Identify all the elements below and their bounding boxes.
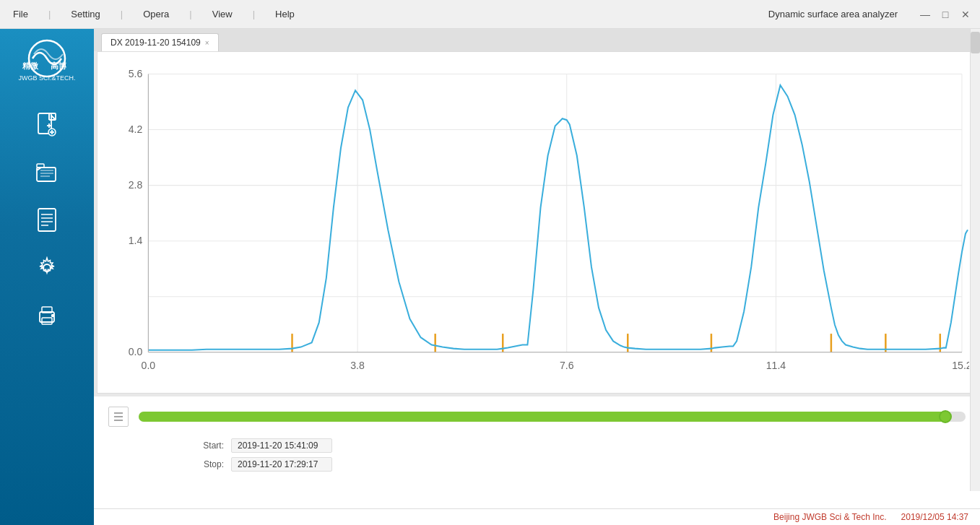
tab-label: DX 2019-11-20 154109 bbox=[110, 38, 201, 48]
progress-indicator bbox=[939, 410, 952, 423]
svg-text:15.2: 15.2 bbox=[952, 360, 969, 371]
progress-bar-fill bbox=[139, 412, 949, 422]
list-icon[interactable] bbox=[108, 407, 129, 427]
chart-svg: 5.6 4.2 2.8 1.4 0.0 0.0 3.8 7.6 11.4 15.… bbox=[105, 59, 969, 386]
start-row: Start: 2019-11-20 15:41:09 bbox=[195, 438, 966, 453]
status-datetime: 2019/12/05 14:37 bbox=[901, 512, 968, 522]
bottom-panel: Start: 2019-11-20 15:41:09 Stop: 2019-11… bbox=[94, 396, 980, 508]
title-bar: File | Setting | Opera | View | Help Dyn… bbox=[0, 0, 980, 29]
logo: JWGB SCI.&TECH. 精微 高博 bbox=[14, 36, 79, 87]
chart-container: 5.6 4.2 2.8 1.4 0.0 0.0 3.8 7.6 11.4 15.… bbox=[105, 59, 969, 386]
menu-view[interactable]: View bbox=[207, 6, 238, 22]
svg-text:2.8: 2.8 bbox=[129, 179, 143, 191]
close-button[interactable]: ✕ bbox=[958, 7, 973, 22]
chart-panel: 5.6 4.2 2.8 1.4 0.0 0.0 3.8 7.6 11.4 15.… bbox=[97, 51, 977, 394]
svg-text:0.0: 0.0 bbox=[129, 346, 143, 357]
print-button[interactable] bbox=[29, 298, 65, 334]
svg-text:高博: 高博 bbox=[51, 61, 66, 70]
tab-close-button[interactable]: × bbox=[205, 39, 209, 47]
app-title: Dynamic surface area analyzer bbox=[768, 9, 898, 19]
new-file-button[interactable] bbox=[29, 107, 65, 143]
svg-text:11.4: 11.4 bbox=[766, 360, 786, 371]
svg-text:5.6: 5.6 bbox=[129, 68, 143, 79]
svg-rect-18 bbox=[38, 209, 56, 231]
svg-point-27 bbox=[52, 315, 54, 317]
stop-row: Stop: 2019-11-20 17:29:17 bbox=[195, 457, 966, 472]
start-label: Start: bbox=[195, 441, 224, 451]
company-name: Beijing JWGB Sci & Tech Inc. bbox=[773, 512, 887, 522]
svg-text:1.4: 1.4 bbox=[129, 235, 143, 246]
report-button[interactable] bbox=[29, 202, 65, 238]
menu-setting[interactable]: Setting bbox=[65, 6, 105, 22]
menu-opera[interactable]: Opera bbox=[137, 6, 175, 22]
progress-row bbox=[108, 407, 966, 427]
open-file-button[interactable] bbox=[29, 155, 65, 191]
scrollbar[interactable] bbox=[970, 29, 980, 491]
stop-label: Stop: bbox=[195, 459, 224, 469]
maximize-button[interactable]: □ bbox=[938, 7, 953, 22]
menu-help[interactable]: Help bbox=[269, 6, 300, 22]
tab-bar: DX 2019-11-20 154109 × bbox=[94, 29, 980, 51]
main-layout: JWGB SCI.&TECH. 精微 高博 bbox=[0, 29, 980, 525]
svg-text:0.0: 0.0 bbox=[142, 360, 156, 371]
status-bar: Beijing JWGB Sci & Tech Inc. 2019/12/05 … bbox=[94, 508, 980, 525]
svg-text:JWGB SCI.&TECH.: JWGB SCI.&TECH. bbox=[18, 74, 75, 82]
menu-file[interactable]: File bbox=[7, 6, 34, 22]
settings-button[interactable] bbox=[29, 250, 65, 286]
document-tab[interactable]: DX 2019-11-20 154109 × bbox=[101, 33, 219, 51]
sidebar: JWGB SCI.&TECH. 精微 高博 bbox=[0, 29, 94, 525]
window-controls: Dynamic surface area analyzer — □ ✕ bbox=[768, 7, 973, 22]
content-area: DX 2019-11-20 154109 × bbox=[94, 29, 980, 525]
progress-bar-background bbox=[139, 412, 966, 422]
svg-text:4.2: 4.2 bbox=[129, 123, 143, 135]
scrollbar-thumb[interactable] bbox=[971, 32, 980, 53]
svg-text:精微: 精微 bbox=[22, 61, 39, 70]
start-value: 2019-11-20 15:41:09 bbox=[231, 438, 332, 453]
svg-rect-13 bbox=[37, 168, 56, 181]
svg-rect-14 bbox=[37, 164, 44, 168]
menu-bar: File | Setting | Opera | View | Help bbox=[7, 6, 300, 22]
minimize-button[interactable]: — bbox=[918, 7, 932, 22]
svg-text:7.6: 7.6 bbox=[560, 360, 574, 371]
svg-text:3.8: 3.8 bbox=[350, 360, 365, 371]
svg-rect-25 bbox=[42, 318, 52, 324]
stop-value: 2019-11-20 17:29:17 bbox=[231, 457, 332, 472]
